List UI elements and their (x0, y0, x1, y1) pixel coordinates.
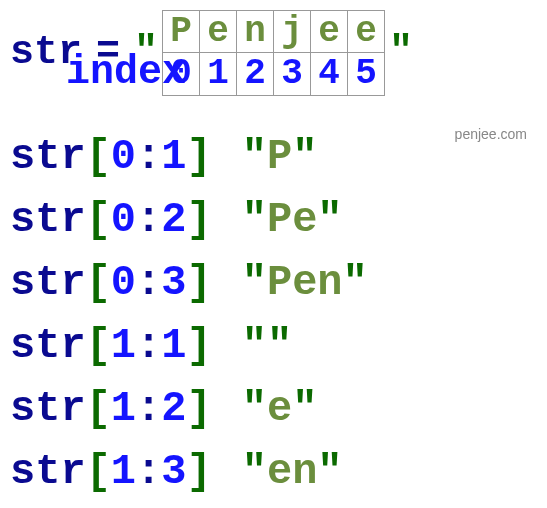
expr-var: str (10, 252, 86, 315)
expr-colon: : (136, 126, 161, 189)
result-close-quote: " (343, 252, 368, 315)
result-open-quote: " (242, 252, 267, 315)
slice-expression: str[1:3] (10, 441, 212, 504)
slice-expression: str[1:2] (10, 378, 212, 441)
expr-open-bracket: [ (86, 441, 111, 504)
expr-var: str (10, 441, 86, 504)
result-text: e (267, 378, 292, 441)
expr-start: 0 (111, 126, 136, 189)
expr-var: str (10, 315, 86, 378)
expr-end: 2 (161, 378, 186, 441)
slice-expression: str[0:3] (10, 252, 212, 315)
expr-var: str (10, 378, 86, 441)
expr-end: 1 (161, 126, 186, 189)
expr-close-bracket: ] (187, 126, 212, 189)
expr-start: 0 (111, 189, 136, 252)
examples-block: penjee.com str[0:1]"P"str[0:2]"Pe"str[0:… (10, 126, 537, 504)
char-cell: e (311, 11, 348, 53)
slice-expression: str[0:1] (10, 126, 212, 189)
expr-open-bracket: [ (86, 378, 111, 441)
result-close-quote: " (292, 378, 317, 441)
char-cell: P (163, 11, 200, 53)
expr-var: str (10, 189, 86, 252)
expr-colon: : (136, 189, 161, 252)
expr-end: 1 (161, 315, 186, 378)
result-text: P (267, 126, 292, 189)
result-open-quote: " (242, 378, 267, 441)
index-cell: 5 (348, 53, 385, 95)
result-close-quote: " (267, 315, 292, 378)
index-cell: 3 (274, 53, 311, 95)
expr-start: 1 (111, 378, 136, 441)
expr-close-bracket: ] (187, 189, 212, 252)
expr-end: 3 (161, 441, 186, 504)
char-cell: j (274, 11, 311, 53)
expr-colon: : (136, 441, 161, 504)
slice-result: "" (242, 315, 292, 378)
expr-colon: : (136, 378, 161, 441)
expr-close-bracket: ] (187, 441, 212, 504)
result-open-quote: " (242, 315, 267, 378)
result-open-quote: " (242, 126, 267, 189)
index-label: index (66, 50, 186, 96)
result-open-quote: " (242, 189, 267, 252)
example-row: str[1:3]"en" (10, 441, 537, 504)
expr-colon: : (136, 252, 161, 315)
result-close-quote: " (292, 126, 317, 189)
example-row: str[1:1]"" (10, 315, 537, 378)
char-table: Penjee 012345 (162, 10, 385, 96)
index-cell: 2 (237, 53, 274, 95)
expr-open-bracket: [ (86, 189, 111, 252)
watermark: penjee.com (455, 126, 527, 142)
char-cell: e (200, 11, 237, 53)
result-close-quote: " (317, 189, 342, 252)
close-quote: " (389, 30, 413, 76)
expr-close-bracket: ] (187, 315, 212, 378)
expr-start: 1 (111, 315, 136, 378)
expr-open-bracket: [ (86, 315, 111, 378)
expr-open-bracket: [ (86, 126, 111, 189)
slice-expression: str[0:2] (10, 189, 212, 252)
slice-result: "P" (242, 126, 318, 189)
result-text: en (267, 441, 317, 504)
result-close-quote: " (317, 441, 342, 504)
char-row: Penjee (163, 11, 385, 53)
slice-expression: str[1:1] (10, 315, 212, 378)
index-row: 012345 (163, 53, 385, 95)
result-open-quote: " (242, 441, 267, 504)
expr-end: 3 (161, 252, 186, 315)
header-block: str = " Penjee 012345 " index (10, 10, 537, 96)
expr-colon: : (136, 315, 161, 378)
expr-var: str (10, 126, 86, 189)
expr-start: 0 (111, 252, 136, 315)
slice-result: "e" (242, 378, 318, 441)
example-row: str[0:2]"Pe" (10, 189, 537, 252)
result-text: Pen (267, 252, 343, 315)
char-cell: e (348, 11, 385, 53)
slice-result: "Pe" (242, 189, 343, 252)
expr-end: 2 (161, 189, 186, 252)
example-row: str[0:3]"Pen" (10, 252, 537, 315)
index-cell: 4 (311, 53, 348, 95)
example-row: str[1:2]"e" (10, 378, 537, 441)
result-text: Pe (267, 189, 317, 252)
expr-close-bracket: ] (187, 252, 212, 315)
expr-close-bracket: ] (187, 378, 212, 441)
expr-start: 1 (111, 441, 136, 504)
index-cell: 1 (200, 53, 237, 95)
slice-result: "Pen" (242, 252, 368, 315)
char-cell: n (237, 11, 274, 53)
expr-open-bracket: [ (86, 252, 111, 315)
slice-result: "en" (242, 441, 343, 504)
